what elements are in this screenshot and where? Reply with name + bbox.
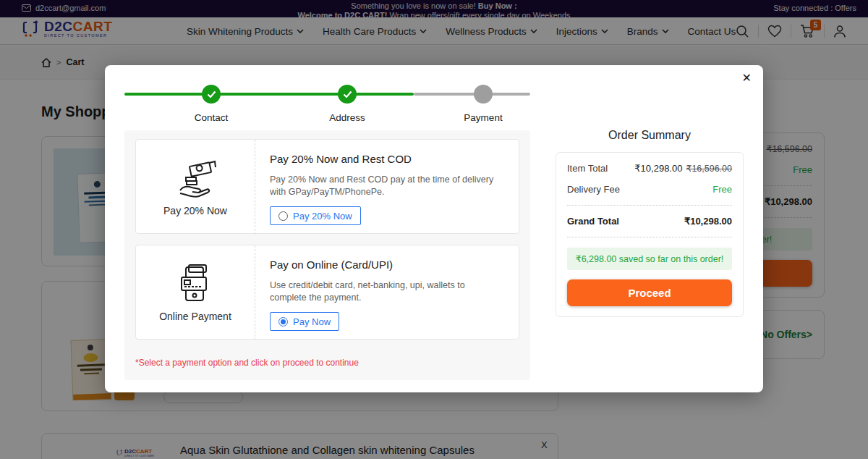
pay-20-now-radio[interactable]: Pay 20% Now <box>270 206 361 225</box>
payment-modal: ✕ Contact Address Payment <box>105 65 763 392</box>
item-total-old-value: ₹16,596.00 <box>686 164 732 174</box>
delivery-fee-label: Delivery Fee <box>567 184 620 195</box>
order-summary-card: Item Total ₹10,298.00₹16,596.00 Delivery… <box>556 152 744 317</box>
radio-label: Pay 20% Now <box>293 211 352 222</box>
option-title: Pay 20% Now and Rest COD <box>270 153 412 165</box>
modal-order-summary: Order Summary Item Total ₹10,298.00₹16,5… <box>556 65 744 317</box>
online-payment-icon <box>174 264 216 305</box>
payment-options-panel: Pay 20% Now Pay 20% Now and Rest COD Pay… <box>124 130 530 380</box>
step-label-contact: Contact <box>168 112 255 123</box>
radio-selected-icon <box>278 317 288 327</box>
step-payment-pending <box>474 85 493 104</box>
step-contact-done <box>202 85 221 104</box>
delivery-fee-value: Free <box>712 184 732 195</box>
item-total-label: Item Total <box>567 163 608 174</box>
divider <box>567 237 732 237</box>
divider <box>567 205 732 206</box>
order-summary-title: Order Summary <box>556 129 744 142</box>
grand-total-value: ₹10,298.00 <box>684 216 732 227</box>
option-icon-label: Online Payment <box>159 311 231 322</box>
payment-option-online: Online Payment Pay on Online (Card/UPI) … <box>135 245 519 340</box>
payment-required-note: *Select a payment option and click on pr… <box>135 358 359 368</box>
payment-option-cod: Pay 20% Now Pay 20% Now and Rest COD Pay… <box>135 139 519 234</box>
grand-total-label: Grand Total <box>567 216 619 227</box>
check-icon <box>343 90 352 98</box>
radio-unselected-icon <box>278 211 288 221</box>
item-total-value: ₹10,298.00 <box>634 163 682 174</box>
option-description: Use credit/debit card, net-banking, upi,… <box>270 279 501 304</box>
step-address-done <box>338 85 357 104</box>
stepper-line-pending <box>414 93 530 96</box>
savings-note: ₹6,298.00 saved so far on this order! <box>567 248 732 270</box>
check-icon <box>207 90 216 98</box>
radio-label: Pay Now <box>293 316 331 327</box>
step-label-payment: Payment <box>440 112 527 123</box>
cash-in-hand-icon <box>173 159 218 199</box>
checkout-stepper: Contact Address Payment <box>124 65 530 123</box>
pay-now-radio[interactable]: Pay Now <box>270 312 339 331</box>
screen: d2ccart@gmail.com Something you love is … <box>0 0 868 459</box>
option-title: Pay on Online (Card/UPI) <box>270 258 393 271</box>
option-icon-label: Pay 20% Now <box>163 205 227 216</box>
proceed-button[interactable]: Proceed <box>567 279 732 306</box>
step-label-address: Address <box>304 112 391 123</box>
stepper-line-complete <box>124 93 414 96</box>
option-description: Pay 20% Now and Rest COD pay at the time… <box>270 174 501 198</box>
